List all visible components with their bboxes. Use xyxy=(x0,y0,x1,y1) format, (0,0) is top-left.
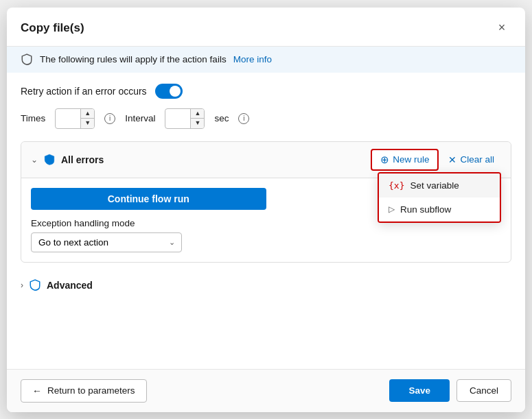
times-row: Times 1 ▲ ▼ i Interval 2 ▲ ▼ sec i xyxy=(21,108,511,129)
new-rule-label: New rule xyxy=(393,154,429,165)
sec-label: sec xyxy=(214,113,229,123)
close-button[interactable]: × xyxy=(492,19,511,38)
footer-right: Save Cancel xyxy=(389,379,511,402)
times-info-icon[interactable]: i xyxy=(104,113,115,124)
new-rule-dropdown: {x} Set variable ▷ Run subflow xyxy=(378,172,501,223)
advanced-title: Advanced xyxy=(47,280,93,291)
clear-all-button[interactable]: ✕ Clear all xyxy=(441,151,501,169)
times-increment[interactable]: ▲ xyxy=(81,109,94,119)
more-info-link[interactable]: More info xyxy=(233,54,272,64)
clear-all-label: Clear all xyxy=(460,154,494,165)
interval-label: Interval xyxy=(125,113,155,123)
errors-title: All errors xyxy=(61,154,104,165)
errors-header: ⌄ All errors ⊕ New rule ✕ Clear all xyxy=(21,142,511,178)
plus-icon: ⊕ xyxy=(380,154,389,166)
cancel-button[interactable]: Cancel xyxy=(456,379,511,402)
new-rule-button[interactable]: ⊕ New rule xyxy=(371,149,439,171)
return-to-parameters-button[interactable]: ← Return to parameters xyxy=(21,379,147,403)
interval-spinner-buttons: ▲ ▼ xyxy=(190,109,204,128)
times-decrement[interactable]: ▼ xyxy=(81,119,94,128)
advanced-shield-icon xyxy=(29,279,41,291)
dialog-body: Retry action if an error occurs Times 1 … xyxy=(7,73,525,369)
dialog: Copy file(s) × The following rules will … xyxy=(7,8,525,412)
dialog-header: Copy file(s) × xyxy=(7,8,525,47)
interval-decrement[interactable]: ▼ xyxy=(191,119,204,128)
dropdown-item-set-variable[interactable]: {x} Set variable xyxy=(379,173,500,197)
times-label: Times xyxy=(21,113,45,123)
return-label: Return to parameters xyxy=(47,385,135,396)
info-banner-text: The following rules will apply if the ac… xyxy=(40,54,227,64)
advanced-section: › Advanced xyxy=(21,274,511,297)
dialog-footer: ← Return to parameters Save Cancel xyxy=(7,369,525,412)
advanced-chevron-icon[interactable]: › xyxy=(21,280,23,290)
retry-row: Retry action if an error occurs xyxy=(21,84,511,99)
interval-info-icon[interactable]: i xyxy=(238,113,249,124)
shield-icon xyxy=(21,53,33,66)
info-banner: The following rules will apply if the ac… xyxy=(7,47,525,73)
interval-increment[interactable]: ▲ xyxy=(191,109,204,119)
interval-spinner[interactable]: 2 ▲ ▼ xyxy=(165,108,205,129)
interval-input[interactable]: 2 xyxy=(165,110,190,126)
run-subflow-icon: ▷ xyxy=(389,204,395,214)
set-variable-icon: {x} xyxy=(389,180,404,191)
times-spinner-buttons: ▲ ▼ xyxy=(80,109,94,128)
retry-label: Retry action if an error occurs xyxy=(21,86,147,97)
dialog-title: Copy file(s) xyxy=(21,21,84,35)
save-button[interactable]: Save xyxy=(389,379,450,402)
dropdown-item-run-subflow[interactable]: ▷ Run subflow xyxy=(379,197,500,222)
clear-x-icon: ✕ xyxy=(448,154,456,165)
times-input[interactable]: 1 xyxy=(56,110,80,126)
errors-shield-icon xyxy=(43,154,56,166)
arrow-left-icon: ← xyxy=(32,385,42,396)
errors-header-left: ⌄ All errors xyxy=(31,154,104,166)
run-subflow-label: Run subflow xyxy=(400,204,451,215)
errors-chevron-icon[interactable]: ⌄ xyxy=(31,155,38,165)
retry-toggle[interactable] xyxy=(155,84,183,99)
exception-select[interactable]: Go to next action xyxy=(31,232,182,252)
times-spinner[interactable]: 1 ▲ ▼ xyxy=(55,108,95,129)
set-variable-label: Set variable xyxy=(410,180,459,191)
errors-section: ⌄ All errors ⊕ New rule ✕ Clear all xyxy=(21,141,511,263)
continue-flow-button[interactable]: Continue flow run xyxy=(31,188,266,210)
exception-select-wrapper: Go to next action ⌄ xyxy=(31,232,182,252)
errors-header-right: ⊕ New rule ✕ Clear all {x} Set variable xyxy=(371,149,501,171)
